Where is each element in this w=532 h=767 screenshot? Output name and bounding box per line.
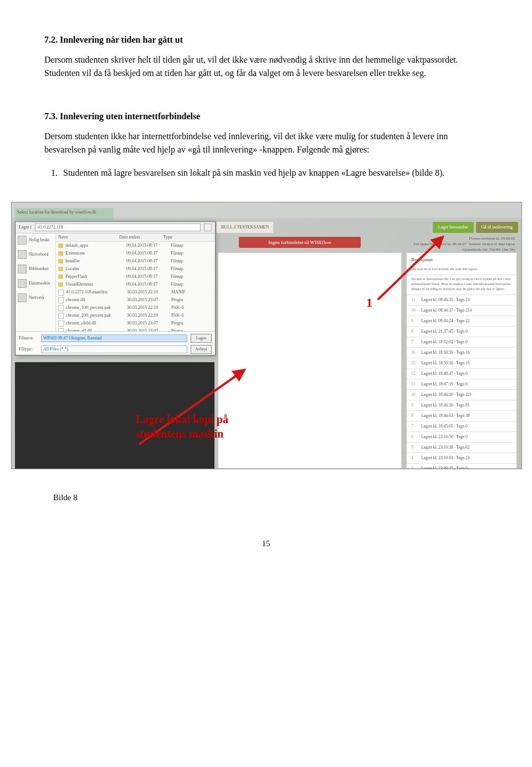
file-name: Locales [65, 266, 126, 272]
label-lagre-i: Lagre i [19, 224, 32, 231]
file-name: chrome_child.dll [66, 320, 127, 327]
place-label: Biblioteker [29, 266, 49, 272]
file-row[interactable]: chrome_child.dll30.03.2015 23:07Progra [56, 319, 215, 327]
revision-item[interactable]: 9Lagret kl. 18:46:26 · Tegn 81 [407, 400, 516, 411]
revision-text: Lagret kl. 18:52:02 · Tegn 0 [421, 339, 512, 345]
file-type: Progra [171, 320, 213, 327]
file-row[interactable]: Installer09.04.2015 08:17Filmap [56, 257, 215, 265]
col-name[interactable]: Navn [58, 234, 119, 241]
revision-item[interactable]: 9Lagret kl. 08:44:24 · Tegn 23 [407, 316, 516, 327]
folder-icon [58, 251, 63, 256]
revisions-panel: Revisjoner Her kan du se besvarelsen din… [406, 252, 517, 469]
save-button[interactable]: Lagre [191, 334, 212, 343]
revision-item[interactable]: 3Lagret kl. 23:09:15 · Tegn 0 [407, 464, 516, 470]
revision-text: Lagret kl. 18:45:05 · Tegn 0 [421, 423, 512, 429]
sidebar-place-item[interactable]: Biblioteker [18, 265, 53, 273]
place-icon [18, 250, 27, 259]
file-name: default_apps [65, 242, 126, 249]
heading-7-2: 7.2. Innlevering når tiden har gått ut [44, 33, 488, 47]
sidebar-place-item[interactable]: Nettverk [18, 293, 53, 302]
file-row[interactable]: chrome_elf.dll30.03.2015 23:07Progra [56, 327, 215, 331]
revision-item[interactable]: 7Lagret kl. 18:52:02 · Tegn 0 [407, 337, 516, 348]
place-icon [18, 293, 27, 302]
annotation-caption-line2: studentens maskin [136, 428, 223, 440]
exam-title-tab: BULL 2 TESTEKSAMEN [217, 222, 273, 233]
ga-til-innlevering-button[interactable]: Gå til innlevering [476, 222, 518, 233]
no-connection-alert: Ingen forbindelse til WISEflow [239, 237, 361, 248]
sidebar-place-item[interactable]: Skrivebord [18, 250, 53, 259]
revisions-title: Revisjoner [407, 253, 516, 265]
filetype-select[interactable]: All Files (*.*) [41, 346, 187, 353]
col-type[interactable]: Type [163, 234, 213, 241]
revision-item[interactable]: 12Lagret kl. 18:48:47 · Tegn 0 [407, 369, 516, 379]
revision-number: 9 [411, 402, 418, 408]
file-row[interactable]: chrome_200_percent.pak30.03.2015 22:10PA… [56, 312, 215, 319]
revision-item[interactable]: 16Lagret kl. 18:50:59 · Tegn 16 [407, 348, 516, 358]
revision-number: 8 [411, 328, 418, 334]
file-row[interactable]: default_apps09.04.2015 08:17Filmap [56, 242, 215, 250]
file-date: 30.03.2015 23:07 [127, 297, 171, 303]
file-row[interactable]: Extensions09.04.2015 08:17Filmap [56, 250, 215, 257]
screenshot-bilde-8: Select location for download by wiseflow… [11, 202, 488, 469]
folder-icon [58, 243, 63, 248]
revision-item[interactable]: 10Lagret kl. 18:46:30 · Tegn 221 [407, 390, 516, 400]
file-date: 09.04.2015 08:17 [126, 242, 171, 249]
file-icon [58, 297, 64, 303]
sidebar-place-item[interactable]: Datamaskin [18, 279, 53, 288]
revision-number: 11 [411, 297, 418, 303]
file-type: Filmap [171, 281, 213, 288]
app-top-bar: BULL 2 TESTEKSAMEN Lagre besvarelse Gå t… [217, 221, 518, 233]
refresh-icon[interactable] [204, 224, 212, 231]
file-row[interactable]: PepperFlash09.04.2015 08:17Filmap [56, 273, 215, 281]
dialog-address-field[interactable]: 41.0.2272.118 [35, 224, 201, 231]
file-row[interactable]: 41.0.2272.118.manifest30.03.2015 22:10MA… [56, 288, 215, 296]
file-type: Filmap [171, 266, 213, 272]
revision-item[interactable]: 13Lagret kl. 18:47:19 · Tegn 0 [407, 379, 516, 390]
file-date: 30.03.2015 22:10 [127, 289, 171, 296]
file-type: MANIF [171, 289, 213, 296]
folder-icon [58, 275, 63, 279]
revision-text: Lagret kl. 23:10:03 · Tegn 23 [421, 455, 512, 461]
document-area[interactable] [218, 252, 402, 469]
folder-icon [58, 282, 63, 287]
revision-text: Lagret kl. 23:10:50 · Tegn 0 [421, 434, 512, 440]
place-label: Skrivebord [29, 251, 49, 258]
col-date[interactable]: Dato endret [119, 234, 163, 241]
revision-item[interactable]: 8Lagret kl. 21:37:45 · Tegn 0 [407, 327, 516, 337]
revision-text: Lagret kl. 18:46:26 · Tegn 81 [421, 402, 512, 408]
dialog-header: Lagre i 41.0.2272.118 [16, 222, 215, 233]
sidebar-place-item[interactable]: Nylig brukt [18, 236, 53, 245]
file-type: Filmap [171, 242, 213, 249]
filename-input[interactable]: WF003 08:47 Oksigran, Ranstad [41, 334, 187, 342]
file-date: 09.04.2015 08:17 [126, 266, 171, 272]
file-row[interactable]: chrome.dll30.03.2015 23:07Progra [56, 296, 215, 304]
filetype-label: Filtype: [19, 346, 38, 353]
revision-number: 7 [411, 339, 418, 345]
revision-text: Lagret kl. 18:50:59 · Tegn 16 [421, 349, 512, 355]
revision-item[interactable]: 8Lagret kl. 18:46:03 · Tegn 38 [407, 411, 516, 421]
step-1: Studenten må lagre besvarelsen sin lokal… [60, 166, 488, 180]
place-label: Datamaskin [29, 280, 50, 287]
revision-text: Lagret kl. 18:47:19 · Tegn 0 [421, 381, 512, 387]
lagre-besvarelse-button[interactable]: Lagre besvarelse [433, 222, 474, 233]
file-row[interactable]: VisualElements09.04.2015 08:17Filmap [56, 281, 215, 288]
revision-number: 5 [411, 444, 418, 450]
file-row[interactable]: Locales09.04.2015 08:17Filmap [56, 265, 215, 273]
file-row[interactable]: chrome_100_percent.pak30.03.2015 22:10PA… [56, 304, 215, 312]
place-icon [18, 279, 27, 288]
status-end-time: Flowen avsluttes kl. 09:00:00 [404, 236, 515, 241]
revision-item[interactable]: 4Lagret kl. 23:10:03 · Tegn 23 [407, 453, 516, 464]
revision-number: 8 [411, 413, 418, 419]
revisions-desc: Du kan se besvarelsen din i en gitt revi… [407, 275, 516, 295]
revision-number: 12 [411, 370, 418, 377]
revision-item[interactable]: 5Lagret kl. 23:10:38 · Tegn 62 [407, 443, 516, 453]
status-lines: Flowen avsluttes kl. 09:00:00 Sist lagre… [404, 236, 515, 252]
cancel-button[interactable]: Avbryt [191, 345, 212, 354]
revision-item[interactable]: 6Lagret kl. 23:10:50 · Tegn 0 [407, 432, 516, 443]
revision-item[interactable]: 7Lagret kl. 18:45:05 · Tegn 0 [407, 421, 516, 432]
revision-item[interactable]: 10Lagret kl. 08:44:37 · Tegn 214 [407, 306, 516, 316]
revision-number: 7 [411, 423, 418, 429]
revision-text: Lagret kl. 23:10:38 · Tegn 62 [421, 444, 512, 450]
revision-item[interactable]: 11Lagret kl. 08:46:35 · Tegn 23 [407, 295, 516, 306]
revision-item[interactable]: 15Lagret kl. 18:50:36 · Tegn 16 [407, 358, 516, 369]
